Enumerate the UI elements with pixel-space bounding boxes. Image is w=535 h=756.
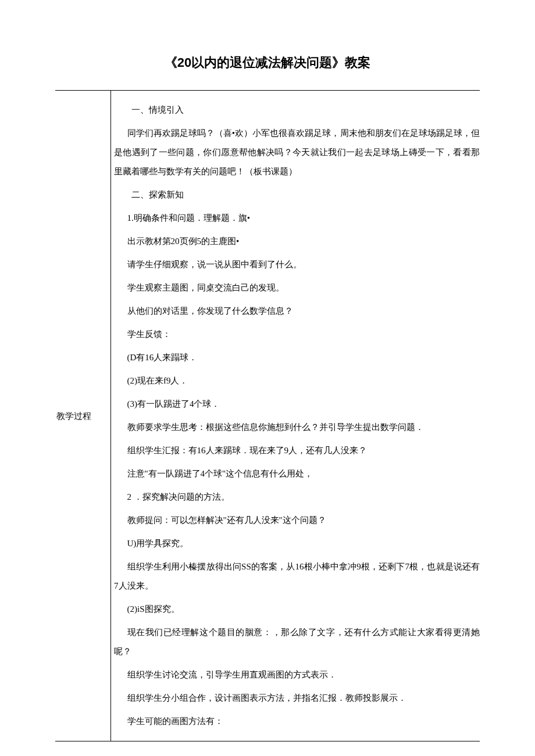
paragraph: (2)iS图探究。 bbox=[114, 600, 480, 619]
paragraph: 教师提问：可以怎样解决"还有几人没来"这个问题？ bbox=[114, 511, 480, 530]
sidebar-label: 教学过程 bbox=[56, 409, 91, 423]
paragraph: 从他们的对话里，你发现了什么数学信息？ bbox=[114, 302, 480, 321]
paragraph: 学生观察主题图，同桌交流白己的发现。 bbox=[114, 278, 480, 298]
content-cell: 一、情境引入 同学们再欢踢足球吗？（喜•欢）小军也很喜欢踢足球，周末他和朋友们在… bbox=[110, 91, 480, 741]
section-heading-1: 一、情境引入 bbox=[114, 101, 480, 120]
paragraph: 1.明确条件和问题．理解题．旗• bbox=[114, 209, 480, 228]
paragraph: 现在我们已经理解这个题目的胭意：，那么除了文字，还有什么方式能让大家看得更清她呢… bbox=[114, 623, 480, 661]
paragraph: 请学生仔细观察，说一说从图中看到了什么。 bbox=[114, 255, 480, 274]
paragraph: (3)有一队踢进了4个球． bbox=[114, 395, 480, 414]
section-heading-2: 二、探索新知 bbox=[114, 185, 480, 205]
paragraph: 组织学生利用小榛摆放得出问SS的客案，从16根小棒中拿冲9根，还剩下7根，也就是… bbox=[114, 557, 480, 596]
paragraph: (D有16人来蹋球． bbox=[114, 348, 480, 367]
paragraph: U)用学具探究。 bbox=[114, 534, 480, 553]
paragraph: 2 ．探究解决问题的方法。 bbox=[114, 488, 480, 507]
paragraph: 学生反馈： bbox=[114, 325, 480, 344]
paragraph: 学生可能的画图方法有： bbox=[114, 712, 480, 731]
main-table: 教学过程 一、情境引入 同学们再欢踢足球吗？（喜•欢）小军也很喜欢踢足球，周末他… bbox=[55, 90, 480, 741]
paragraph: 教师要求学生思考：根据这些信息你施想到什么？并引导学生提出数学问题． bbox=[114, 418, 480, 437]
page-title: 《20以内的退位减法解决问题》教案 bbox=[55, 52, 480, 73]
paragraph: 注意"有一队踢进了4个球"这个信息有什么用处， bbox=[114, 464, 480, 483]
sidebar-cell: 教学过程 bbox=[55, 91, 110, 741]
paragraph: 组织学生讨论交流，引导学生用直观画图的方式表示． bbox=[114, 665, 480, 685]
paragraph: 同学们再欢踢足球吗？（喜•欢）小军也很喜欢踢足球，周末他和朋友们在足球场踢足球，… bbox=[114, 124, 480, 181]
paragraph: 出示教材第20页例5的主鹿图• bbox=[114, 232, 480, 251]
paragraph: 组织学生汇报：有16人来踢球．现在来了9人，还有几人没来？ bbox=[114, 441, 480, 460]
paragraph: (2)现在来f9人． bbox=[114, 371, 480, 390]
paragraph: 组织学生分小组合作，设计画图表示方法，并指名汇报．教师投影展示． bbox=[114, 689, 480, 708]
